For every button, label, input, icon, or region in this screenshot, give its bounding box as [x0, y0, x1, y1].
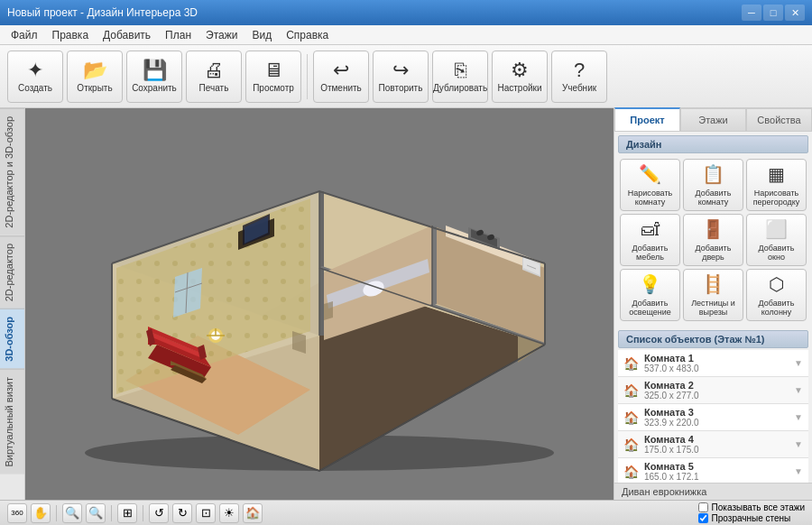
- obj-arrow-3: ▼: [794, 439, 803, 449]
- design-btn-0[interactable]: ✏️Нарисовать комнату: [620, 159, 680, 211]
- title-bar-controls: ─ □ ✕: [742, 5, 805, 21]
- bottom-btn-8[interactable]: ☀: [219, 503, 239, 523]
- design-btn-1[interactable]: 📋Добавить комнату: [683, 159, 743, 211]
- obj-arrow-4: ▼: [794, 466, 803, 476]
- menu-item-файл[interactable]: Файл: [4, 27, 45, 43]
- design-btn-2[interactable]: ▦Нарисовать перегородку: [746, 159, 807, 211]
- design-label-5: Добавить окно: [751, 244, 802, 262]
- design-icon-3: 🛋: [641, 219, 660, 240]
- bottom-sep-4: [143, 505, 143, 521]
- obj-icon-4: 🏠: [623, 465, 639, 479]
- design-label-0: Нарисовать комнату: [624, 189, 676, 207]
- object-item-1[interactable]: 🏠 Комната 2 325.0 x 277.0 ▼: [618, 377, 808, 404]
- просмотр-icon: 🖥: [263, 60, 283, 80]
- floor-plan: [25, 108, 614, 500]
- печать-icon: 🖨: [204, 60, 224, 80]
- design-btn-6[interactable]: 💡Добавить освещение: [620, 269, 680, 321]
- toolbar-btn-сохранить[interactable]: 💾Сохранить: [126, 51, 182, 103]
- bottom-btn-7[interactable]: ⊡: [196, 503, 216, 523]
- obj-arrow-1: ▼: [794, 385, 803, 395]
- title-bar-title: Новый проект - Дизайн Интерьера 3D: [7, 6, 198, 19]
- left-tab-3[interactable]: Виртуальный визит: [0, 369, 24, 474]
- design-label-7: Лестницы и вырезы: [687, 299, 739, 317]
- bottom-checkboxes: Показывать все этажиПрозрачные стены: [698, 502, 805, 523]
- left-tab-2[interactable]: 3D-обзор: [0, 309, 24, 369]
- toolbar-btn-настройки[interactable]: ⚙Настройки: [492, 51, 548, 103]
- svg-marker-52: [324, 301, 333, 320]
- design-icon-5: ⬜: [765, 218, 788, 240]
- checkbox-input-0[interactable]: [698, 502, 708, 512]
- menu-bar: ФайлПравкаДобавитьПланЭтажиВидСправка: [0, 25, 812, 45]
- design-label-2: Нарисовать перегородку: [751, 189, 802, 207]
- left-tab-0[interactable]: 2D-редактор и 3D-обзор: [0, 108, 24, 235]
- object-item-0[interactable]: 🏠 Комната 1 537.0 x 483.0 ▼: [618, 350, 808, 377]
- сохранить-label: Сохранить: [132, 83, 177, 93]
- obj-name-0: Комната 1: [644, 353, 794, 364]
- design-btn-8[interactable]: ⬡Добавить колонну: [746, 269, 807, 321]
- toolbar-btn-печать[interactable]: 🖨Печать: [186, 51, 242, 103]
- obj-icon-1: 🏠: [623, 383, 639, 398]
- menu-item-вид[interactable]: Вид: [245, 27, 279, 43]
- left-tab-1[interactable]: 2D-редактор: [0, 235, 24, 309]
- отменить-icon: ↩: [333, 60, 349, 80]
- checkbox-0[interactable]: Показывать все этажи: [698, 502, 805, 512]
- bottom-btn-5[interactable]: ↺: [149, 503, 169, 523]
- menu-item-добавить[interactable]: Добавить: [96, 27, 158, 43]
- bottom-btn-2[interactable]: 🔍: [62, 503, 82, 523]
- obj-name-4: Комната 5: [644, 461, 794, 472]
- obj-size-1: 325.0 x 277.0: [644, 391, 794, 401]
- toolbar-btn-отменить[interactable]: ↩Отменить: [313, 51, 369, 103]
- object-item-4[interactable]: 🏠 Комната 5 165.0 x 172.1 ▼: [618, 458, 808, 483]
- close-button[interactable]: ✕: [785, 5, 805, 21]
- настройки-label: Настройки: [497, 83, 541, 93]
- design-btn-5[interactable]: ⬜Добавить окно: [746, 214, 807, 266]
- bottom-btn-1[interactable]: ✋: [31, 503, 51, 523]
- objects-list[interactable]: Список объектов (Этаж №1) 🏠 Комната 1 53…: [614, 327, 812, 483]
- object-item-2[interactable]: 🏠 Комната 3 323.9 x 220.0 ▼: [618, 404, 808, 431]
- main-layout: 2D-редактор и 3D-обзор2D-редактор3D-обзо…: [0, 108, 812, 500]
- design-label-1: Добавить комнату: [687, 189, 739, 207]
- minimize-button[interactable]: ─: [742, 5, 761, 21]
- design-btn-3[interactable]: 🛋Добавить мебель: [620, 214, 680, 266]
- toolbar-btn-дублировать[interactable]: ⎘Дублировать: [432, 51, 488, 103]
- повторить-label: Повторить: [379, 83, 423, 93]
- bottom-btn-3[interactable]: 🔍: [86, 503, 106, 523]
- right-tab-проект[interactable]: Проект: [614, 107, 680, 131]
- design-icon-1: 📋: [702, 163, 724, 185]
- design-btn-7[interactable]: 🪜Лестницы и вырезы: [683, 269, 743, 321]
- obj-size-3: 175.0 x 175.0: [644, 445, 794, 455]
- открыть-icon: 📂: [83, 60, 107, 80]
- right-tab-этажи[interactable]: Этажи: [680, 108, 746, 131]
- maximize-button[interactable]: □: [763, 5, 783, 21]
- bottom-label: Диван еврокнижка: [614, 483, 812, 500]
- menu-item-правка[interactable]: Правка: [45, 27, 97, 43]
- objects-list-header: Список объектов (Этаж №1): [618, 330, 808, 348]
- design-icon-4: 🚪: [702, 218, 724, 240]
- object-item-3[interactable]: 🏠 Комната 4 175.0 x 175.0 ▼: [618, 431, 808, 458]
- toolbar-btn-повторить[interactable]: ↪Повторить: [373, 51, 429, 103]
- toolbar-btn-открыть[interactable]: 📂Открыть: [67, 51, 123, 103]
- design-btn-4[interactable]: 🚪Добавить дверь: [683, 214, 743, 266]
- canvas-area[interactable]: [25, 108, 614, 500]
- bottom-btn-6[interactable]: ↻: [172, 503, 192, 523]
- menu-item-этажи[interactable]: Этажи: [198, 27, 245, 43]
- obj-size-2: 323.9 x 220.0: [644, 418, 794, 428]
- menu-item-план[interactable]: План: [158, 27, 198, 43]
- obj-info-1: Комната 2 325.0 x 277.0: [644, 380, 794, 401]
- toolbar-btn-просмотр[interactable]: 🖥Просмотр: [245, 51, 301, 103]
- toolbar: ✦Создать📂Открыть💾Сохранить🖨Печать🖥Просмо…: [0, 45, 812, 108]
- bottom-btn-9[interactable]: 🏠: [243, 503, 263, 523]
- checkbox-1[interactable]: Прозрачные стены: [698, 513, 805, 523]
- toolbar-btn-создать[interactable]: ✦Создать: [7, 51, 63, 103]
- checkbox-input-1[interactable]: [698, 513, 708, 523]
- menu-item-справка[interactable]: Справка: [279, 27, 336, 43]
- obj-info-3: Комната 4 175.0 x 175.0: [644, 434, 794, 455]
- bottom-btn-4[interactable]: ⊞: [117, 503, 137, 523]
- повторить-icon: ↪: [392, 60, 409, 80]
- obj-size-0: 537.0 x 483.0: [644, 364, 794, 373]
- right-tabs: ПроектЭтажиСвойства: [614, 108, 812, 132]
- right-tab-свойства[interactable]: Свойства: [746, 108, 812, 131]
- toolbar-btn-учебник[interactable]: ?Учебник: [551, 51, 607, 103]
- дублировать-label: Дублировать: [433, 83, 487, 93]
- bottom-btn-0[interactable]: 360: [7, 503, 27, 523]
